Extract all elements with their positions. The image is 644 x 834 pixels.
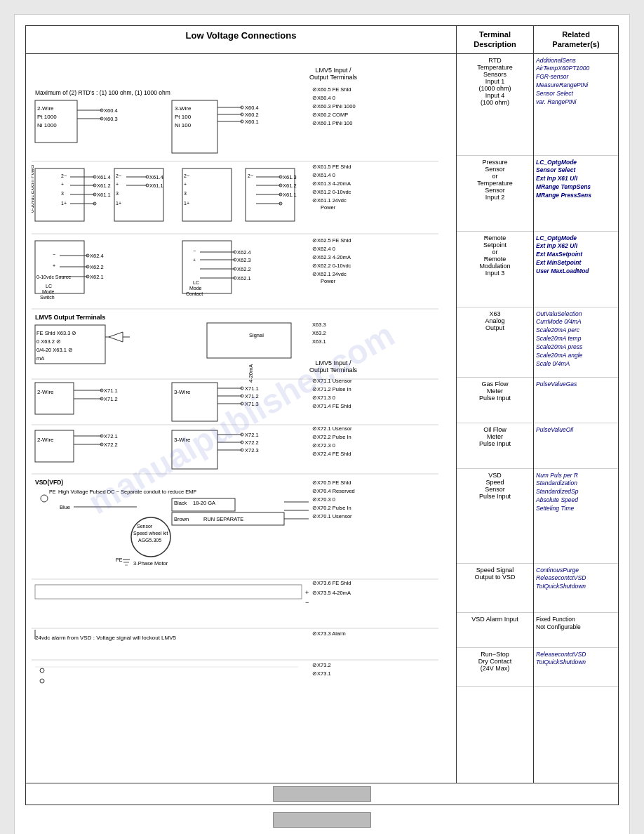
svg-text:18-20 GA: 18-20 GA xyxy=(193,500,215,506)
svg-text:Speed wheel kit: Speed wheel kit xyxy=(133,531,168,536)
svg-text:RUN SEPARATE: RUN SEPARATE xyxy=(203,516,243,522)
svg-text:⊘X62.3 4-20mA: ⊘X62.3 4-20mA xyxy=(312,254,351,260)
svg-point-190 xyxy=(41,495,48,502)
svg-text:2-Wire: 2-Wire xyxy=(37,437,54,443)
svg-text:⊘X72.4 FE Shld: ⊘X72.4 FE Shld xyxy=(312,451,351,457)
svg-text:Power: Power xyxy=(321,204,336,211)
related-gas: PulseValueGas xyxy=(534,378,618,423)
svg-text:PE: PE xyxy=(116,557,123,562)
svg-point-232 xyxy=(40,679,44,683)
svg-text:+: + xyxy=(116,182,119,187)
terminal-pressure: PressureSensororTemperatureSensorInput 2 xyxy=(457,156,533,232)
related-vsd-alarm: Fixed FunctionNot Configurable xyxy=(534,613,618,648)
terminal-speed-signal: Speed SignalOutput to VSD xyxy=(457,564,533,613)
svg-text:⊘X73.3 Alarm: ⊘X73.3 Alarm xyxy=(312,630,346,637)
svg-text:⊘X71.4 FE Shld: ⊘X71.4 FE Shld xyxy=(312,403,351,409)
svg-text:3-Phase Motor: 3-Phase Motor xyxy=(133,560,168,567)
diagram-area: manualpublisher.com LMV5 Input / Output … xyxy=(26,54,457,783)
svg-text:3-Wire: 3-Wire xyxy=(175,105,192,112)
svg-text:X60.4: X60.4 xyxy=(245,105,259,111)
svg-text:LC: LC xyxy=(193,280,199,285)
page-number-box xyxy=(273,812,371,828)
svg-text:1+: 1+ xyxy=(184,201,189,206)
svg-text:X60.3: X60.3 xyxy=(104,116,118,122)
terminal-run-stop: Run−StopDry Contact(24V Max) xyxy=(457,648,533,687)
svg-text:+: + xyxy=(184,182,187,187)
terminal-column: RTDTemperatureSensorsInput 1(1000 ohm)In… xyxy=(457,54,534,783)
svg-text:X72.3: X72.3 xyxy=(245,447,259,454)
svg-text:⊘X73.5  4-20mA: ⊘X73.5 4-20mA xyxy=(312,590,351,596)
svg-text:X72.1: X72.1 xyxy=(245,432,259,438)
footer-box xyxy=(273,786,371,802)
terminal-gas: Gas FlowMeterPulse Input xyxy=(457,378,533,423)
svg-text:2-Wire: 2-Wire xyxy=(37,105,54,112)
svg-text:⊘X62.4  0: ⊘X62.4 0 xyxy=(312,246,335,252)
svg-text:Switch: Switch xyxy=(40,295,55,300)
svg-text:⊘X72.2 Pulse In: ⊘X72.2 Pulse In xyxy=(312,434,351,440)
svg-text:⊘X73.2: ⊘X73.2 xyxy=(312,662,331,668)
svg-text:X63.3: X63.3 xyxy=(312,322,326,328)
svg-text:1+: 1+ xyxy=(61,201,67,206)
svg-text:⊘X72.3  0: ⊘X72.3 0 xyxy=(312,442,335,449)
svg-text:X71.2: X71.2 xyxy=(104,396,118,402)
svg-text:AGG5.305: AGG5.305 xyxy=(138,538,161,543)
svg-text:X71.1: X71.1 xyxy=(104,388,118,394)
svg-rect-141 xyxy=(35,383,74,414)
svg-text:⊘X71.2 Pulse In: ⊘X71.2 Pulse In xyxy=(312,386,351,392)
svg-text:3-Wire: 3-Wire xyxy=(174,389,191,395)
svg-text:3: 3 xyxy=(184,191,187,196)
terminal-oil: Oil FlowMeterPulse Input xyxy=(457,423,533,469)
svg-text:Blue: Blue xyxy=(60,504,70,510)
svg-text:⊘X60.1 PtNi 100: ⊘X60.1 PtNi 100 xyxy=(312,120,352,126)
svg-text:X61.4: X61.4 xyxy=(149,174,163,180)
svg-text:+: + xyxy=(61,182,64,187)
terminal-remote: RemoteSetpointorRemoteModulationInput 3 xyxy=(457,232,533,307)
lmv5-label-top2: Output Terminals xyxy=(309,74,357,81)
svg-text:⊘X70.2 Pulse In: ⊘X70.2 Pulse In xyxy=(312,505,351,511)
related-column: AdditionalSensAirTempX60PT1000FGR-sensor… xyxy=(534,54,618,783)
svg-text:Power: Power xyxy=(321,278,336,284)
svg-text:⊘X70.4 Reserved: ⊘X70.4 Reserved xyxy=(312,488,355,494)
related-header: RelatedParameter(s) xyxy=(534,26,618,53)
svg-text:X62.2: X62.2 xyxy=(237,266,251,272)
svg-text:Mode: Mode xyxy=(189,286,202,291)
svg-text:X72.1: X72.1 xyxy=(104,433,118,439)
svg-text:+: + xyxy=(305,589,309,596)
svg-text:X61.3: X61.3 xyxy=(283,174,297,180)
svg-text:X61.1: X61.1 xyxy=(97,192,111,198)
related-speed-signal: ContinousPurgeReleasecontctVSDToIQuickSh… xyxy=(534,564,618,613)
right-columns: RTDTemperatureSensorsInput 1(1000 ohm)In… xyxy=(457,54,618,783)
svg-text:LC: LC xyxy=(46,284,52,289)
svg-text:+: + xyxy=(193,258,196,263)
terminal-rtd: RTDTemperatureSensorsInput 1(1000 ohm)In… xyxy=(457,54,533,156)
svg-text:−: − xyxy=(305,599,309,606)
svg-text:2−: 2− xyxy=(116,173,121,178)
svg-text:⊘X61.4  0: ⊘X61.4 0 xyxy=(312,172,335,178)
svg-text:Pt 1000: Pt 1000 xyxy=(37,114,57,120)
svg-text:⊘X71.1 Usensor: ⊘X71.1 Usensor xyxy=(312,378,352,384)
svg-rect-132 xyxy=(207,323,291,358)
footer xyxy=(26,783,618,805)
svg-text:mA: mA xyxy=(36,355,44,362)
svg-text:X62.2: X62.2 xyxy=(90,264,104,270)
svg-text:2−: 2− xyxy=(248,173,253,178)
rtd-note: Maximum of (2) RTD's : (1) 100 ohm, (1) … xyxy=(35,89,170,96)
svg-rect-57 xyxy=(182,168,232,221)
svg-text:X71.1: X71.1 xyxy=(245,385,259,392)
svg-text:Sensor: Sensor xyxy=(137,524,153,529)
svg-text:3-Wire: 3-Wire xyxy=(174,437,191,443)
svg-text:⊘X61.3 4-20mA: ⊘X61.3 4-20mA xyxy=(312,180,351,187)
svg-text:X60.1: X60.1 xyxy=(245,119,259,125)
svg-text:Output Terminals: Output Terminals xyxy=(309,366,357,373)
lmv5-label-top: LMV5 Input / xyxy=(315,67,351,74)
svg-text:FE Shld X63.3 ⊘: FE Shld X63.3 ⊘ xyxy=(36,330,76,336)
svg-text:⊘X60.5 FE Shld: ⊘X60.5 FE Shld xyxy=(312,86,351,93)
svg-text:+: + xyxy=(53,263,55,268)
terminal-vsd-alarm: VSD Alarm Input xyxy=(457,613,533,648)
page: Low Voltage Connections TerminalDescript… xyxy=(14,14,630,834)
svg-text:1+: 1+ xyxy=(116,201,121,206)
svg-text:Signal: Signal xyxy=(249,332,264,338)
svg-text:X60.2: X60.2 xyxy=(245,112,259,118)
svg-text:X61.1: X61.1 xyxy=(283,192,297,198)
svg-text:Mode: Mode xyxy=(42,289,55,294)
